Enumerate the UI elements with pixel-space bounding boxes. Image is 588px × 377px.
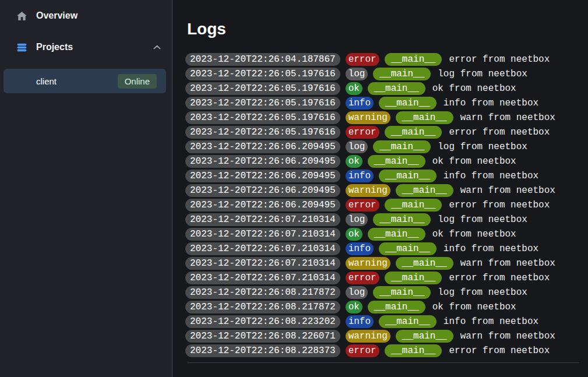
log-message: log from neetbox xyxy=(438,287,527,298)
log-module-badge: __main__ xyxy=(385,199,442,212)
log-row: 2023-12-20T22:26:08.217872 log __main__ … xyxy=(185,286,579,299)
log-module-badge: __main__ xyxy=(368,301,425,313)
log-module-badge: __main__ xyxy=(368,228,425,241)
log-message: error from neetbox xyxy=(449,273,550,283)
list-divider xyxy=(187,362,579,363)
log-timestamp: 2023-12-20T22:26:08.226071 xyxy=(185,330,340,343)
log-module-badge: __main__ xyxy=(396,257,453,270)
log-timestamp: 2023-12-20T22:26:07.210314 xyxy=(185,257,340,270)
log-level-badge: ok xyxy=(346,228,362,241)
status-badge: Online xyxy=(118,74,157,89)
log-timestamp: 2023-12-20T22:26:05.197616 xyxy=(185,82,340,95)
log-row: 2023-12-20T22:26:07.210314 log __main__ … xyxy=(185,213,579,226)
log-level-badge: ok xyxy=(346,301,362,313)
log-level-badge: warning xyxy=(346,111,390,124)
log-message: info from neetbox xyxy=(443,244,538,254)
log-level-badge: log xyxy=(346,68,368,80)
log-row: 2023-12-20T22:26:05.197616 warning __mai… xyxy=(185,111,579,124)
log-row: 2023-12-20T22:26:07.210314 ok __main__ o… xyxy=(185,228,579,241)
log-module-badge: __main__ xyxy=(368,155,425,168)
main-content: Logs 2023-12-20T22:26:04.187867 error __… xyxy=(172,0,588,377)
sidebar-project-client[interactable]: client Online xyxy=(3,69,166,93)
log-module-badge: __main__ xyxy=(379,170,436,182)
log-message: warn from neetbox xyxy=(460,331,555,341)
sidebar-item-label: Projects xyxy=(36,42,152,52)
log-level-badge: log xyxy=(346,286,368,299)
log-timestamp: 2023-12-20T22:26:04.187867 xyxy=(185,53,340,66)
log-level-badge: info xyxy=(346,170,374,182)
log-module-badge: __main__ xyxy=(379,315,436,328)
log-module-badge: __main__ xyxy=(396,330,453,343)
log-module-badge: __main__ xyxy=(373,68,431,80)
log-message: error from neetbox xyxy=(449,346,550,356)
log-row: 2023-12-20T22:26:07.210314 error __main_… xyxy=(185,272,579,284)
log-message: log from neetbox xyxy=(438,214,527,225)
log-list: 2023-12-20T22:26:04.187867 error __main_… xyxy=(185,53,579,357)
log-module-badge: __main__ xyxy=(385,126,442,139)
log-message: log from neetbox xyxy=(438,142,527,152)
log-level-badge: log xyxy=(346,140,368,153)
log-level-badge: info xyxy=(346,242,374,255)
log-message: info from neetbox xyxy=(443,316,538,327)
log-message: warn from neetbox xyxy=(460,185,555,196)
log-message: error from neetbox xyxy=(449,200,550,210)
log-row: 2023-12-20T22:26:08.226071 warning __mai… xyxy=(185,330,579,343)
chevron-up-icon[interactable] xyxy=(152,43,161,52)
sidebar-item-projects[interactable]: Projects xyxy=(0,37,172,57)
log-message: warn from neetbox xyxy=(460,112,555,123)
log-message: info from neetbox xyxy=(443,171,538,181)
log-message: ok from neetbox xyxy=(432,302,516,312)
log-timestamp: 2023-12-20T22:26:05.197616 xyxy=(185,126,340,139)
log-timestamp: 2023-12-20T22:26:06.209495 xyxy=(185,184,340,197)
log-module-badge: __main__ xyxy=(373,286,431,299)
log-level-badge: warning xyxy=(346,257,390,270)
log-row: 2023-12-20T22:26:05.197616 log __main__ … xyxy=(185,68,579,80)
log-row: 2023-12-20T22:26:07.210314 info __main__… xyxy=(185,242,579,255)
log-row: 2023-12-20T22:26:08.228373 error __main_… xyxy=(185,344,579,357)
log-level-badge: error xyxy=(346,344,379,357)
log-timestamp: 2023-12-20T22:26:05.197616 xyxy=(185,68,340,80)
log-module-badge: __main__ xyxy=(368,82,425,95)
log-level-badge: warning xyxy=(346,184,390,197)
log-level-badge: error xyxy=(346,272,379,284)
log-level-badge: info xyxy=(346,97,374,110)
log-module-badge: __main__ xyxy=(385,272,442,284)
log-row: 2023-12-20T22:26:05.197616 error __main_… xyxy=(185,126,579,139)
log-timestamp: 2023-12-20T22:26:08.228373 xyxy=(185,344,340,357)
log-message: ok from neetbox xyxy=(432,156,516,167)
log-row: 2023-12-20T22:26:06.209495 info __main__… xyxy=(185,170,579,182)
sidebar-item-label: Overview xyxy=(36,10,161,21)
log-timestamp: 2023-12-20T22:26:08.217872 xyxy=(185,286,340,299)
page-title: Logs xyxy=(187,20,579,38)
log-row: 2023-12-20T22:26:06.209495 log __main__ … xyxy=(185,140,579,153)
sidebar-item-overview[interactable]: Overview xyxy=(0,6,172,26)
home-icon xyxy=(16,10,27,22)
log-module-badge: __main__ xyxy=(379,242,436,255)
log-timestamp: 2023-12-20T22:26:06.209495 xyxy=(185,170,340,182)
log-timestamp: 2023-12-20T22:26:05.197616 xyxy=(185,97,340,110)
log-level-badge: ok xyxy=(346,155,362,168)
log-row: 2023-12-20T22:26:06.209495 ok __main__ o… xyxy=(185,155,579,168)
log-row: 2023-12-20T22:26:08.223202 info __main__… xyxy=(185,315,579,328)
log-row: 2023-12-20T22:26:06.209495 warning __mai… xyxy=(185,184,579,197)
log-timestamp: 2023-12-20T22:26:07.210314 xyxy=(185,213,340,226)
log-level-badge: error xyxy=(346,126,379,139)
log-row: 2023-12-20T22:26:08.217872 ok __main__ o… xyxy=(185,301,579,313)
log-module-badge: __main__ xyxy=(373,140,431,153)
log-timestamp: 2023-12-20T22:26:06.209495 xyxy=(185,140,340,153)
log-level-badge: ok xyxy=(346,82,362,95)
log-row: 2023-12-20T22:26:07.210314 warning __mai… xyxy=(185,257,579,270)
list-icon xyxy=(16,42,27,53)
log-level-badge: warning xyxy=(346,330,390,343)
log-timestamp: 2023-12-20T22:26:07.210314 xyxy=(185,242,340,255)
log-timestamp: 2023-12-20T22:26:07.210314 xyxy=(185,228,340,241)
log-level-badge: log xyxy=(346,213,368,226)
sidebar: Overview Projects client Online xyxy=(0,0,172,377)
project-name: client xyxy=(36,76,118,86)
log-timestamp: 2023-12-20T22:26:08.223202 xyxy=(185,315,340,328)
log-timestamp: 2023-12-20T22:26:07.210314 xyxy=(185,272,340,284)
log-timestamp: 2023-12-20T22:26:06.209495 xyxy=(185,199,340,212)
log-row: 2023-12-20T22:26:06.209495 error __main_… xyxy=(185,199,579,212)
log-message: ok from neetbox xyxy=(432,83,516,94)
log-row: 2023-12-20T22:26:04.187867 error __main_… xyxy=(185,53,579,66)
